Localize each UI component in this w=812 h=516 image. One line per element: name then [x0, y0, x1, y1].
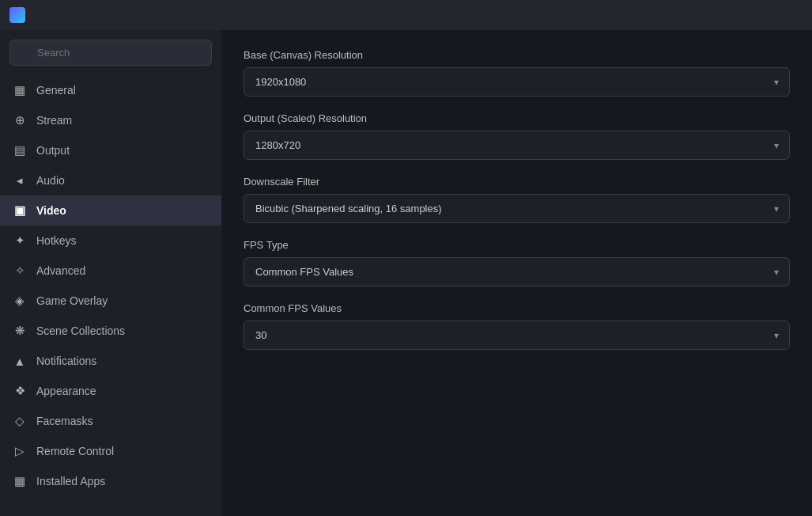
stream-icon: ⊕: [13, 113, 27, 127]
titlebar-left: [9, 7, 32, 23]
video-icon: ▣: [13, 203, 27, 218]
sidebar-label-output: Output: [36, 144, 70, 157]
sidebar-item-scene-collections[interactable]: ❋Scene Collections: [0, 316, 221, 346]
sidebar-item-appearance[interactable]: ❖Appearance: [0, 376, 221, 406]
nav-list: ▦General⊕Stream▤Output◂Audio▣Video✦Hotke…: [0, 75, 221, 496]
output-icon: ▤: [13, 143, 27, 157]
dropdown-downscale-filter[interactable]: Bicubic (Sharpened scaling, 16 samples)B…: [244, 194, 790, 223]
sidebar-item-general[interactable]: ▦General: [0, 75, 221, 105]
notifications-icon: ▲: [13, 354, 27, 368]
main-layout: 🔍 ▦General⊕Stream▤Output◂Audio▣Video✦Hot…: [0, 30, 812, 516]
section-downscale-filter: Downscale FilterBicubic (Sharpened scali…: [244, 176, 790, 223]
section-output-resolution: Output (Scaled) Resolution1280x7201920x1…: [244, 112, 790, 160]
sidebar-label-general: General: [36, 84, 76, 97]
sidebar-item-audio[interactable]: ◂Audio: [0, 165, 221, 195]
sidebar-label-appearance: Appearance: [36, 385, 96, 397]
settings-sections: Base (Canvas) Resolution1920x10801280x72…: [244, 49, 790, 350]
advanced-icon: ✧: [13, 264, 27, 278]
sidebar-label-stream: Stream: [36, 114, 72, 127]
sidebar-label-remote-control: Remote Control: [36, 445, 114, 457]
audio-icon: ◂: [13, 173, 27, 188]
section-common-fps-values: Common FPS Values242529.9730485059.9460▾: [244, 302, 790, 350]
maximize-button[interactable]: [742, 3, 772, 27]
sidebar-label-installed-apps: Installed Apps: [36, 475, 105, 488]
game-overlay-icon: ◈: [13, 294, 27, 308]
dropdown-wrapper-base-resolution: 1920x10801280x7203840x2160▾: [244, 67, 790, 97]
dropdown-wrapper-output-resolution: 1280x7201920x1080854x480▾: [244, 131, 790, 160]
sidebar-label-notifications: Notifications: [36, 355, 96, 367]
sidebar-label-advanced: Advanced: [36, 264, 85, 277]
installed-apps-icon: ▦: [13, 474, 27, 488]
sidebar-item-remote-control[interactable]: ▷Remote Control: [0, 436, 221, 466]
app-logo: [9, 7, 25, 23]
sidebar-label-game-overlay: Game Overlay: [36, 294, 108, 307]
sidebar: 🔍 ▦General⊕Stream▤Output◂Audio▣Video✦Hot…: [0, 30, 221, 516]
dropdown-common-fps-values[interactable]: 242529.9730485059.9460: [244, 321, 790, 350]
remote-control-icon: ▷: [13, 444, 27, 458]
content-area: Base (Canvas) Resolution1920x10801280x72…: [221, 30, 812, 516]
titlebar-controls: [712, 3, 803, 27]
sidebar-label-video: Video: [36, 204, 66, 217]
titlebar: [0, 0, 812, 30]
label-output-resolution: Output (Scaled) Resolution: [244, 112, 790, 124]
facemasks-icon: ◇: [13, 414, 27, 428]
dropdown-wrapper-downscale-filter: Bicubic (Sharpened scaling, 16 samples)B…: [244, 194, 790, 223]
sidebar-item-advanced[interactable]: ✧Advanced: [0, 256, 221, 286]
sidebar-item-video[interactable]: ▣Video: [0, 195, 221, 226]
sidebar-label-facemasks: Facemasks: [36, 415, 93, 427]
sidebar-item-installed-apps[interactable]: ▦Installed Apps: [0, 466, 221, 496]
hotkeys-icon: ✦: [13, 233, 27, 248]
dropdown-base-resolution[interactable]: 1920x10801280x7203840x2160: [244, 67, 790, 97]
section-base-resolution: Base (Canvas) Resolution1920x10801280x72…: [244, 49, 790, 97]
close-button[interactable]: [772, 3, 803, 27]
sidebar-label-scene-collections: Scene Collections: [36, 324, 125, 337]
section-fps-type: FPS TypeCommon FPS ValuesInteger FPS Val…: [244, 239, 790, 286]
dropdown-wrapper-common-fps-values: 242529.9730485059.9460▾: [244, 321, 790, 350]
sidebar-item-output[interactable]: ▤Output: [0, 135, 221, 165]
sidebar-item-stream[interactable]: ⊕Stream: [0, 105, 221, 135]
dropdown-output-resolution[interactable]: 1280x7201920x1080854x480: [244, 131, 790, 160]
scene-collections-icon: ❋: [13, 324, 27, 338]
minimize-button[interactable]: [712, 3, 742, 27]
sidebar-label-audio: Audio: [36, 174, 65, 187]
label-common-fps-values: Common FPS Values: [244, 302, 790, 314]
sidebar-item-game-overlay[interactable]: ◈Game Overlay: [0, 286, 221, 316]
search-input[interactable]: [9, 40, 212, 66]
search-container: 🔍: [0, 40, 221, 75]
sidebar-label-hotkeys: Hotkeys: [36, 234, 77, 247]
sidebar-item-notifications[interactable]: ▲Notifications: [0, 346, 221, 376]
label-fps-type: FPS Type: [244, 239, 790, 251]
label-base-resolution: Base (Canvas) Resolution: [244, 49, 790, 61]
general-icon: ▦: [13, 83, 27, 97]
sidebar-item-facemasks[interactable]: ◇Facemasks: [0, 406, 221, 436]
dropdown-fps-type[interactable]: Common FPS ValuesInteger FPS ValueFracti…: [244, 257, 790, 286]
sidebar-item-hotkeys[interactable]: ✦Hotkeys: [0, 226, 221, 256]
search-wrapper: 🔍: [9, 40, 212, 66]
appearance-icon: ❖: [13, 384, 27, 398]
dropdown-wrapper-fps-type: Common FPS ValuesInteger FPS ValueFracti…: [244, 257, 790, 286]
label-downscale-filter: Downscale Filter: [244, 176, 790, 188]
